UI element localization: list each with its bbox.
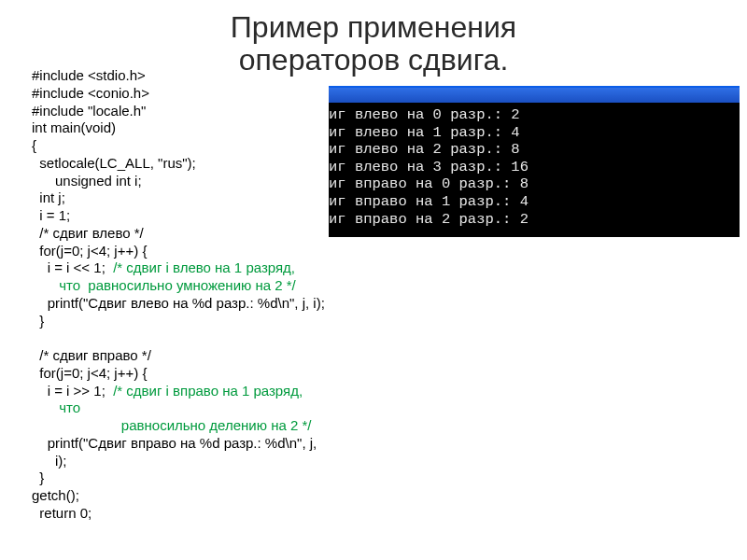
code-line: int main(void) — [32, 119, 116, 135]
code-comment: что равносильно умножению на 2 */ — [32, 277, 296, 293]
code-comment: /* сдвиг i вправо на 1 разряд, — [113, 383, 303, 399]
code-line: /* сдвиг влево */ — [32, 225, 144, 241]
code-line: #include <conio.h> — [32, 85, 149, 101]
console-line: иг вправо на 1 разр.: 4 — [329, 193, 740, 211]
code-line: } — [32, 469, 44, 485]
console-line: иг влево на 2 разр.: 8 — [329, 141, 740, 159]
code-line: return 0; — [32, 505, 92, 521]
code-line: printf("Сдвиг влево на %d разр.: %d\n", … — [32, 295, 325, 311]
console-window: иг влево на 0 разр.: 2 иг влево на 1 раз… — [329, 86, 740, 237]
code-line: { — [32, 137, 36, 153]
code-comment: что — [32, 399, 80, 415]
console-output: иг влево на 0 разр.: 2 иг влево на 1 раз… — [329, 103, 740, 228]
code-line: i = 1; — [32, 207, 70, 223]
code-line: int j; — [32, 189, 65, 205]
code-comment: /* сдвиг i влево на 1 разряд, — [113, 259, 295, 275]
slide-title: Пример применения операторов сдвига. — [0, 0, 747, 77]
code-line: printf("Сдвиг вправо на %d разр.: %d\n",… — [32, 435, 317, 451]
code-line: i = i >> 1; — [32, 383, 113, 399]
code-comment: равносильно делению на 2 */ — [32, 417, 311, 433]
console-line: иг влево на 0 разр.: 2 — [329, 106, 740, 124]
code-line: getch(); — [32, 487, 79, 503]
code-line: #include <stdio.h> — [32, 67, 146, 83]
code-line: } — [32, 313, 44, 329]
slide-title-line1: Пример применения — [231, 10, 516, 44]
console-line: иг влево на 1 разр.: 4 — [329, 124, 740, 142]
code-line: i); — [32, 453, 67, 469]
console-line: иг вправо на 0 разр.: 8 — [329, 175, 740, 193]
code-line: for(j=0; j<4; j++) { — [32, 365, 147, 381]
code-line: for(j=0; j<4; j++) { — [32, 243, 147, 259]
console-line: иг вправо на 2 разр.: 2 — [329, 211, 740, 229]
code-line: i = i << 1; — [32, 259, 113, 275]
code-line: unsigned int i; — [32, 173, 142, 189]
code-line: setlocale(LC_ALL, "rus"); — [32, 155, 196, 171]
console-line: иг влево на 3 разр.: 16 — [329, 159, 740, 176]
code-line: #include "locale.h" — [32, 103, 146, 119]
code-line: /* сдвиг вправо */ — [32, 347, 151, 363]
console-titlebar — [329, 88, 740, 103]
code-block: #include <stdio.h> #include <conio.h> #i… — [32, 67, 325, 523]
